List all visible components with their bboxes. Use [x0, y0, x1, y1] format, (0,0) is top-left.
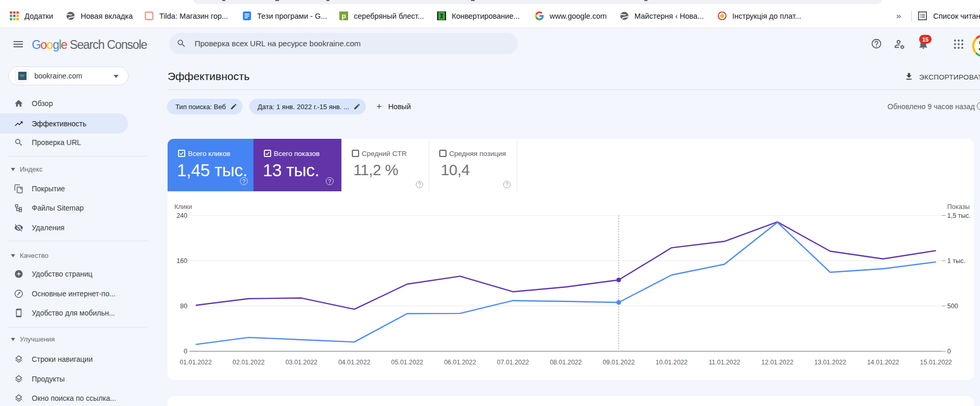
svg-text:p: p: [341, 12, 346, 20]
